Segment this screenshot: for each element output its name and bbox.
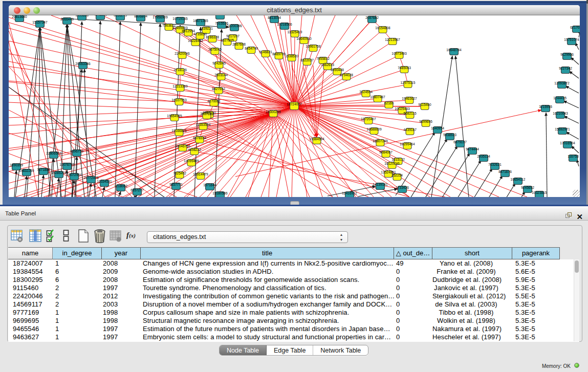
svg-text:20813640: 20813640 (12, 15, 27, 18)
svg-text:12416912: 12416912 (342, 191, 357, 195)
svg-text:15692971: 15692971 (555, 127, 570, 131)
svg-text:16640910: 16640910 (296, 37, 312, 40)
svg-text:15751074: 15751074 (564, 38, 579, 41)
svg-text:12093872: 12093872 (554, 81, 570, 85)
svg-text:1890399: 1890399 (10, 163, 23, 167)
svg-text:14139141: 14139141 (373, 183, 388, 186)
svg-text:1999828: 1999828 (75, 15, 89, 17)
svg-text:8336273: 8336273 (114, 15, 127, 17)
svg-text:17956909: 17956909 (153, 15, 168, 19)
svg-text:8186328: 8186328 (206, 35, 219, 39)
svg-text:16210643: 16210643 (553, 112, 568, 115)
svg-text:10228452: 10228452 (188, 39, 203, 42)
svg-text:62160: 62160 (384, 101, 394, 105)
svg-text:5682115: 5682115 (403, 112, 417, 115)
svg-text:4170061: 4170061 (207, 99, 221, 103)
svg-text:1733426: 1733426 (396, 186, 409, 189)
svg-text:10654112: 10654112 (511, 178, 526, 181)
svg-text:2718126: 2718126 (173, 68, 187, 72)
svg-text:3024554: 3024554 (359, 90, 373, 94)
svg-text:1218062: 1218062 (114, 184, 127, 188)
svg-text:19832259: 19832259 (19, 169, 34, 172)
svg-text:7632621: 7632621 (488, 163, 502, 166)
svg-text:16961758: 16961758 (306, 45, 321, 48)
svg-text:19299464: 19299464 (400, 142, 415, 146)
svg-text:7515526: 7515526 (215, 21, 228, 25)
svg-text:12213967: 12213967 (385, 38, 400, 41)
svg-text:1615132: 1615132 (391, 158, 405, 161)
svg-text:20053346: 20053346 (75, 62, 91, 65)
svg-text:16671355: 16671355 (193, 19, 208, 23)
svg-text:22420046: 22420046 (175, 52, 190, 55)
svg-text:16107553: 16107553 (171, 98, 187, 102)
svg-text:10719155: 10719155 (172, 17, 188, 20)
svg-text:18720407: 18720407 (361, 117, 376, 121)
svg-text:19384554: 19384554 (309, 137, 324, 141)
svg-text:12975115: 12975115 (401, 81, 416, 84)
svg-text:15180586: 15180586 (212, 191, 228, 195)
svg-text:252254: 252254 (391, 173, 403, 177)
svg-text:1640954: 1640954 (431, 126, 444, 130)
svg-text:9245652: 9245652 (521, 186, 534, 189)
svg-text:9857771: 9857771 (169, 183, 183, 186)
svg-text:19654985: 19654985 (167, 114, 182, 118)
svg-text:10807487: 10807487 (370, 95, 385, 99)
svg-text:8489709: 8489709 (272, 52, 286, 56)
svg-text:6879197: 6879197 (453, 140, 467, 144)
svg-text:6217026: 6217026 (570, 26, 580, 29)
svg-text:19285201: 19285201 (51, 171, 67, 174)
svg-text:20772475: 20772475 (83, 176, 99, 180)
svg-text:3215955: 3215955 (539, 105, 552, 108)
svg-text:18300295: 18300295 (266, 110, 281, 114)
svg-text:10973493: 10973493 (391, 52, 407, 55)
svg-text:9115460: 9115460 (418, 103, 431, 106)
svg-text:16648784: 16648784 (446, 48, 462, 52)
svg-text:11353554: 11353554 (196, 123, 211, 126)
svg-text:15157347: 15157347 (32, 20, 48, 24)
svg-text:16914479: 16914479 (193, 172, 208, 176)
svg-text:16046756: 16046756 (175, 144, 190, 148)
svg-text:8990448: 8990448 (331, 68, 344, 72)
svg-text:9699695: 9699695 (419, 120, 432, 123)
svg-text:19463627: 19463627 (402, 97, 417, 100)
svg-text:10334531: 10334531 (97, 180, 112, 183)
svg-text:6794028: 6794028 (340, 73, 353, 77)
svg-text:7671884: 7671884 (37, 168, 50, 171)
svg-text:11325419: 11325419 (288, 30, 302, 34)
svg-text:3675045: 3675045 (208, 48, 222, 51)
svg-text:4735650: 4735650 (193, 32, 207, 36)
svg-text:8806804: 8806804 (134, 15, 147, 18)
svg-text:4498222: 4498222 (188, 148, 201, 151)
svg-text:21200396: 21200396 (227, 24, 242, 28)
svg-text:19166825: 19166825 (171, 129, 187, 133)
svg-text:1571644: 1571644 (203, 183, 216, 187)
svg-text:2803144: 2803144 (214, 73, 228, 77)
svg-text:10323815: 10323815 (532, 191, 547, 194)
svg-text:7625402: 7625402 (173, 171, 186, 175)
svg-text:9084067: 9084067 (379, 150, 393, 154)
svg-text:1244415: 1244415 (553, 96, 567, 100)
svg-text:9474444: 9474444 (466, 147, 479, 151)
svg-text:116753: 116753 (568, 155, 579, 158)
svg-text:1538520: 1538520 (285, 54, 298, 58)
svg-text:4143890: 4143890 (94, 15, 107, 16)
svg-text:5938923: 5938923 (443, 133, 456, 137)
svg-text:10688609: 10688609 (366, 127, 382, 131)
svg-text:1839221: 1839221 (200, 27, 213, 30)
svg-text:8454749: 8454749 (245, 47, 258, 50)
svg-text:14099489: 14099489 (184, 159, 199, 163)
svg-text:2867608: 2867608 (232, 42, 246, 46)
svg-text:7485063: 7485063 (398, 66, 411, 70)
svg-text:9129966: 9129966 (560, 53, 574, 56)
svg-text:16072954: 16072954 (67, 173, 82, 177)
svg-text:8678334: 8678334 (193, 136, 206, 140)
svg-text:8813054: 8813054 (268, 16, 281, 19)
svg-text:9146821: 9146821 (259, 50, 272, 54)
svg-text:8427552: 8427552 (212, 87, 225, 91)
svg-text:8471676: 8471676 (498, 170, 512, 173)
svg-text:9242845: 9242845 (212, 61, 226, 65)
svg-text:2935114: 2935114 (477, 155, 490, 158)
svg-text:18807249: 18807249 (373, 139, 388, 143)
svg-text:8396759: 8396759 (70, 149, 83, 153)
svg-text:3917183: 3917183 (200, 112, 213, 116)
